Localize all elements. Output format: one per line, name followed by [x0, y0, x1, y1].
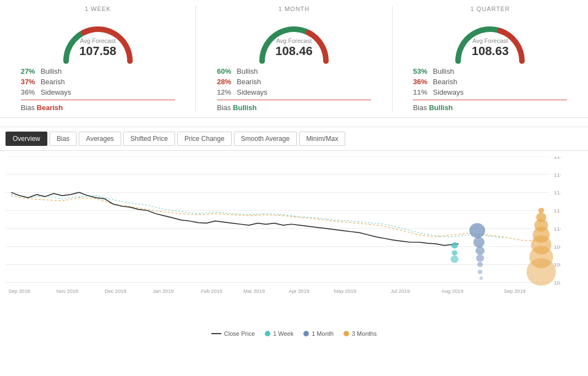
svg-text:Mar 2019: Mar 2019: [243, 289, 265, 295]
bias-row-month: Bias Bullish: [217, 103, 371, 112]
bearish-pct-month: 28%: [217, 78, 237, 86]
1month-dot-icon: [303, 331, 309, 336]
svg-point-32: [476, 247, 484, 255]
update-bar: [0, 118, 588, 127]
legend-1week: 1 Week: [265, 330, 293, 337]
3months-dot-icon: [344, 331, 349, 336]
bearish-label-quarter: Bearish: [433, 78, 567, 86]
svg-point-36: [480, 277, 483, 280]
gauge-container-month: Avg Forecast 108.46: [250, 14, 338, 64]
bias-value-month: Bullish: [233, 103, 257, 112]
legend-3months-label: 3 Months: [352, 330, 377, 337]
svg-text:Dec 2018: Dec 2018: [105, 289, 127, 295]
tab-minim/max[interactable]: Minim/Max: [299, 132, 345, 146]
divider-week: [21, 100, 175, 100]
legend-close-price: Close Price: [211, 330, 255, 337]
svg-point-34: [477, 262, 483, 268]
gauge-label-week: Avg Forecast 107.58: [54, 37, 142, 58]
svg-text:Jan 2019: Jan 2019: [153, 289, 173, 295]
bullish-pct-month: 60%: [217, 67, 237, 75]
bearish-row-month: 28% Bearish: [217, 78, 371, 86]
divider-quarter: [413, 100, 567, 100]
tab-shifted-price[interactable]: Shifted Price: [123, 132, 175, 146]
svg-text:116.00: 116.00: [554, 172, 560, 178]
bearish-label-month: Bearish: [237, 78, 371, 86]
sideways-row-month: 12% Sideways: [217, 88, 371, 96]
tab-smooth-average[interactable]: Smooth Average: [234, 132, 297, 146]
svg-text:112.00: 112.00: [554, 208, 560, 214]
svg-text:118.00: 118.00: [554, 156, 560, 160]
divider-month: [217, 100, 371, 100]
svg-text:104.00: 104.00: [554, 280, 560, 286]
avg-forecast-text-quarter: Avg Forecast: [446, 37, 534, 44]
sideways-pct-month: 12%: [217, 88, 237, 96]
svg-text:Feb 2019: Feb 2019: [201, 289, 222, 295]
gauge-panel-month: 1 MONTH Avg Forecast 108.46 60%: [196, 6, 392, 112]
sideways-row-week: 36% Sideways: [21, 88, 175, 96]
svg-point-43: [526, 258, 556, 286]
gauge-title-month: 1 MONTH: [279, 6, 310, 12]
gauge-panel-week: 1 WEEK Avg Forecast 107.58 27%: [0, 6, 196, 112]
sideways-label-week: Sideways: [41, 88, 175, 96]
legend-1month: 1 Month: [303, 330, 334, 337]
bias-text-quarter: Bias: [413, 103, 429, 112]
bias-value-week: Bearish: [37, 103, 63, 112]
svg-point-33: [476, 254, 484, 261]
svg-text:110.00: 110.00: [554, 226, 560, 232]
avg-forecast-value-week: 107.58: [79, 44, 116, 58]
gauge-label-quarter: Avg Forecast 108.63: [446, 37, 534, 58]
tab-bias[interactable]: Bias: [50, 132, 77, 146]
legend-bar: Close Price 1 Week 1 Month 3 Months: [0, 327, 588, 339]
gauge-container-week: Avg Forecast 107.58: [54, 14, 142, 64]
bearish-row-quarter: 36% Bearish: [413, 78, 567, 86]
tab-price-change[interactable]: Price Change: [177, 132, 232, 146]
chart-area: 118.00 116.00 114.00 112.00 110.00 108.0…: [0, 151, 588, 327]
svg-text:108.00: 108.00: [554, 244, 560, 250]
svg-point-29: [450, 255, 458, 263]
svg-text:May 2019: May 2019: [334, 289, 357, 295]
stats-table-quarter: 53% Bullish 36% Bearish 11% Sideways Bia…: [413, 67, 567, 112]
svg-text:Jul 2019: Jul 2019: [390, 289, 410, 295]
svg-point-31: [473, 237, 485, 247]
bias-text-week: Bias: [21, 103, 37, 112]
svg-text:Aug 2019: Aug 2019: [442, 289, 464, 295]
svg-point-37: [538, 208, 544, 213]
tab-overview[interactable]: Overview: [6, 132, 47, 146]
bias-text-month: Bias: [217, 103, 233, 112]
close-price-line-icon: [211, 333, 221, 334]
legend-close-price-label: Close Price: [224, 330, 255, 337]
bearish-pct-quarter: 36%: [413, 78, 433, 86]
bearish-row-week: 37% Bearish: [21, 78, 175, 86]
top-section: 1 WEEK Avg Forecast 107.58 27%: [0, 0, 588, 118]
bearish-pct-week: 37%: [21, 78, 41, 86]
legend-1week-label: 1 Week: [273, 330, 293, 337]
svg-point-35: [478, 270, 482, 274]
bullish-pct-quarter: 53%: [413, 67, 433, 75]
svg-text:Sep 2019: Sep 2019: [504, 289, 526, 295]
gauge-title-quarter: 1 QUARTER: [470, 6, 510, 12]
gauge-container-quarter: Avg Forecast 108.63: [446, 14, 534, 64]
svg-text:114.00: 114.00: [554, 190, 560, 196]
gauge-label-month: Avg Forecast 108.46: [250, 37, 338, 58]
sideways-row-quarter: 11% Sideways: [413, 88, 567, 96]
bearish-label-week: Bearish: [41, 78, 175, 86]
svg-text:Nov 2018: Nov 2018: [57, 289, 79, 295]
avg-forecast-value-month: 108.46: [275, 44, 312, 58]
svg-text:Sep 2018: Sep 2018: [8, 289, 30, 295]
sideways-label-quarter: Sideways: [433, 88, 567, 96]
bullish-pct-week: 27%: [21, 67, 41, 75]
sideways-pct-week: 36%: [21, 88, 41, 96]
legend-1month-label: 1 Month: [312, 330, 334, 337]
svg-point-28: [452, 250, 458, 255]
sideways-label-month: Sideways: [237, 88, 371, 96]
stats-table-month: 60% Bullish 28% Bearish 12% Sideways Bia…: [217, 67, 371, 112]
main-chart: 118.00 116.00 114.00 112.00 110.00 108.0…: [6, 156, 560, 299]
svg-point-30: [469, 223, 485, 238]
bias-value-quarter: Bullish: [429, 103, 453, 112]
gauge-title-week: 1 WEEK: [85, 6, 111, 12]
avg-forecast-text-month: Avg Forecast: [250, 37, 338, 44]
tab-averages[interactable]: Averages: [79, 132, 121, 146]
stats-table-week: 27% Bullish 37% Bearish 36% Sideways Bia…: [21, 67, 175, 112]
gauge-panel-quarter: 1 QUARTER Avg Forecast 108.63 53%: [393, 6, 588, 112]
avg-forecast-value-quarter: 108.63: [472, 44, 509, 58]
